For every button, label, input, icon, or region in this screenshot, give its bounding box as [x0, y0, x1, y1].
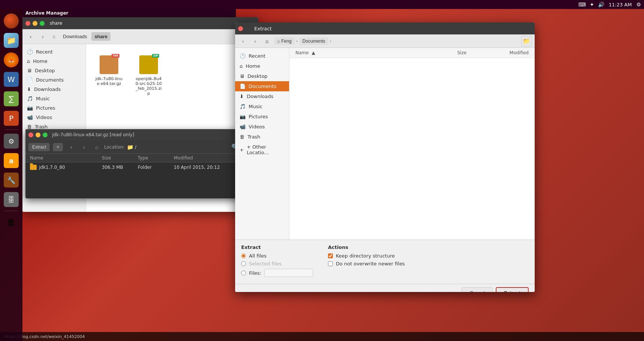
firefox-icon: 🦊: [4, 52, 19, 67]
extract-home-button[interactable]: ⌂: [262, 36, 272, 46]
sidebar-item-home[interactable]: ⌂ Home: [22, 57, 86, 66]
extract-plus-icon: +: [240, 147, 244, 153]
actions-section-title: Actions: [328, 244, 405, 250]
dock-files[interactable]: 📁: [2, 31, 20, 49]
row-type: Folder: [138, 165, 174, 170]
sidebar-item-music[interactable]: 🎵 Music: [22, 94, 86, 103]
sidebar-item-downloads[interactable]: ⬇ Downloads: [22, 85, 86, 94]
extract-download-icon: ⬇: [240, 94, 244, 99]
extract-clock-icon: 🕐: [240, 53, 246, 59]
dock-trash[interactable]: 🗑: [2, 213, 20, 231]
dock-separator-1: [4, 130, 18, 130]
extract-col-size: Size: [420, 50, 467, 55]
close-button[interactable]: [25, 21, 30, 26]
dock-calc[interactable]: ∑: [2, 90, 20, 108]
extract-file-empty-area: [289, 58, 535, 240]
archive-viewer-content: Name Size Type Modified jdk1.7.0_80 306.…: [25, 154, 250, 198]
file-name-openjdk-zip: openjdk-8u40-src-b25-10_feb_2015.zip: [135, 76, 162, 96]
extract-button[interactable]: Extract: [496, 287, 529, 292]
sidebar-item-pictures[interactable]: 📷 Pictures: [22, 103, 86, 113]
volume-icon[interactable]: 🔊: [598, 1, 604, 7]
extract-nav-forward[interactable]: ›: [250, 36, 260, 46]
archive-viewer-min[interactable]: [36, 133, 40, 137]
breadcrumb-separator: ›: [296, 38, 298, 44]
sidebar-item-videos[interactable]: 📹 Videos: [22, 113, 86, 122]
location-forward-button[interactable]: ›: [79, 142, 89, 152]
dock-firefox[interactable]: 🦊: [2, 51, 20, 69]
add-toolbar-button[interactable]: +: [53, 143, 63, 151]
settings-icon[interactable]: ⚙: [636, 1, 641, 7]
dock-db[interactable]: 🗄: [2, 191, 20, 208]
extract-close-button[interactable]: [238, 26, 243, 31]
breadcrumb-feng[interactable]: ⌂ Feng: [274, 37, 295, 45]
extract-sidebar-trash[interactable]: 🗑 Trash: [235, 132, 289, 142]
all-files-radio[interactable]: [241, 253, 246, 258]
writer-icon: W: [4, 72, 19, 87]
extract-content: 🕐 Recent ⌂ Home 🖥 Desktop 📄 Documents ⬇ …: [235, 48, 535, 240]
all-files-label: All files: [249, 253, 267, 259]
file-item-openjdk-zip[interactable]: ZIP openjdk-8u40-src-b25-10_feb_2015.zip: [132, 50, 165, 99]
col-header-size: Size: [102, 155, 138, 161]
dock-impress[interactable]: P: [2, 109, 20, 127]
breadcrumb-share[interactable]: share: [91, 32, 110, 41]
files-input[interactable]: [264, 269, 313, 277]
cancel-button[interactable]: Cancel: [462, 287, 492, 292]
keep-dir-checkbox[interactable]: [328, 253, 333, 258]
calc-icon: ∑: [4, 91, 19, 106]
sidebar-item-recent[interactable]: 🕐 Recent: [22, 47, 86, 57]
archive-table-row[interactable]: jdk1.7.0_80 306.3 MB Folder 10 April 201…: [25, 162, 250, 172]
extract-sidebar-documents[interactable]: 📄 Documents: [235, 81, 289, 91]
extract-sidebar-videos[interactable]: 📹 Videos: [235, 122, 289, 132]
extract-nav-back[interactable]: ‹: [238, 36, 248, 46]
dock-tools[interactable]: 🔧: [2, 171, 20, 189]
clock: 11:23 AM: [609, 2, 632, 7]
desktop-icon: 🖥: [27, 68, 32, 73]
extract-section-title: Extract: [241, 244, 313, 250]
extract-sidebar-downloads[interactable]: ⬇ Downloads: [235, 91, 289, 101]
minimize-button[interactable]: [33, 21, 37, 26]
extract-dialog-buttons: Cancel Extract: [235, 284, 535, 292]
nav-back-button[interactable]: ‹: [25, 31, 36, 42]
document-icon: 📄: [27, 77, 33, 83]
file-item-jdk-tar[interactable]: TAR jdk-7u80-linux-x64.tar.gz: [92, 50, 126, 99]
extract-col-modified: Modified: [467, 50, 529, 55]
extract-sidebar-recent[interactable]: 🕐 Recent: [235, 51, 289, 61]
archive-viewer-close[interactable]: [28, 133, 33, 137]
archive-viewer-titlebar: jdk-7u80-linux-x64.tar.gz [read only]: [25, 129, 250, 140]
breadcrumb-downloads[interactable]: Downloads: [60, 32, 90, 41]
home-breadcrumb-button[interactable]: ⌂: [49, 32, 58, 41]
app-title: Archive Manager: [25, 10, 68, 16]
extract-sidebar-music[interactable]: 🎵 Music: [235, 101, 289, 112]
keyboard-icon[interactable]: ⌨: [578, 1, 586, 7]
extract-sidebar-home[interactable]: ⌂ Home: [235, 61, 289, 71]
sidebar-item-desktop[interactable]: 🖥 Desktop: [22, 66, 86, 75]
extract-document-icon: 📄: [240, 83, 246, 89]
app-menubar: Archive Manager: [22, 9, 236, 17]
dock-system[interactable]: ⚙: [2, 132, 20, 150]
extract-sidebar-desktop[interactable]: 🖥 Desktop: [235, 71, 289, 81]
sort-arrow-icon: ▲: [312, 50, 315, 55]
extract-sidebar-pictures[interactable]: 📷 Pictures: [235, 112, 289, 122]
new-folder-button[interactable]: 📁: [521, 36, 532, 46]
bluetooth-icon[interactable]: ✦: [590, 1, 594, 7]
maximize-button[interactable]: [40, 21, 45, 26]
location-label: Location:: [104, 144, 125, 150]
files-radio[interactable]: [241, 271, 246, 275]
breadcrumb-documents[interactable]: Documents: [300, 37, 328, 45]
location-home-button[interactable]: ⌂: [91, 142, 102, 152]
dock-writer[interactable]: W: [2, 70, 20, 88]
videos-icon: 📹: [27, 115, 33, 120]
extract-main-area: Name ▲ Size Modified: [289, 48, 535, 240]
extract-toolbar-button[interactable]: Extract: [28, 143, 50, 151]
nav-forward-button[interactable]: ›: [37, 31, 48, 42]
no-overwrite-checkbox[interactable]: [328, 261, 333, 266]
extract-music-icon: 🎵: [240, 104, 246, 109]
selected-files-radio[interactable]: [241, 261, 246, 266]
archive-viewer-max[interactable]: [43, 133, 48, 137]
location-back-button[interactable]: ‹: [66, 142, 76, 152]
extract-sidebar-other[interactable]: + + Other Locatio...: [235, 142, 289, 158]
dock-ubuntu[interactable]: [2, 12, 20, 30]
sidebar-item-documents[interactable]: 📄 Documents: [22, 75, 86, 85]
extract-option-selected-files: Selected files: [241, 261, 313, 267]
dock-amazon[interactable]: a: [2, 152, 20, 170]
